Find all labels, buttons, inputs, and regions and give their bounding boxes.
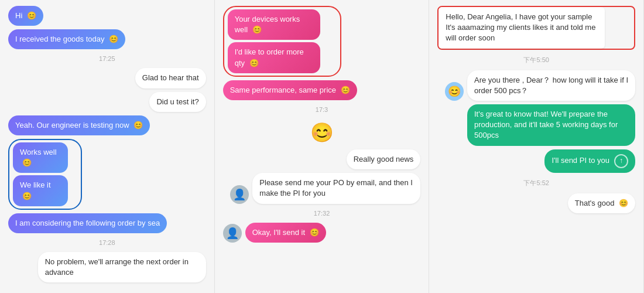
bubble-text: Please send me your PO by email, and the… (259, 178, 413, 197)
chat-bubble: No problem, we'll arrange the next order… (38, 252, 206, 282)
message-row: Glad to hear that (8, 68, 206, 88)
outlined-pink-group: Your devices works well 😊 I'd like to or… (223, 6, 421, 77)
bubble-text: Are you there , Dear？ how long will it t… (474, 76, 628, 95)
chat-bubble: Works well 😊 (13, 142, 68, 173)
bubble-emoji: 😊 (27, 11, 36, 20)
message-row: 👤 Okay, I'll send it 😊 (223, 223, 421, 243)
message-row: Really good news (223, 149, 421, 169)
message-row: I'll send PI to you ↑ (437, 149, 635, 173)
message-row: It's great to know that! We'll prepare t… (437, 104, 635, 146)
bubble-text: I am considering the following order by … (15, 219, 160, 227)
message-row: Same performance, same price 😊 (223, 80, 421, 100)
chat-bubble: I'd like to order more qty 😊 (228, 42, 321, 73)
message-row: Did u test it? (8, 92, 206, 112)
chat-bubble: Are you there , Dear？ how long will it t… (467, 70, 635, 101)
send-icon: ↑ (614, 154, 628, 168)
timestamp: 17:3 (223, 106, 421, 113)
bubble-text: I'd like to order more qty (235, 47, 304, 67)
message-row: That's good 😊 (437, 193, 635, 213)
chat-panel-3: Hello, Dear Angelia, I have got your sam… (429, 0, 644, 293)
bubble-emoji: 😊 (619, 199, 628, 207)
bubble-text: Hi (15, 11, 22, 20)
chat-bubble: It's great to know that! We'll prepare t… (467, 104, 635, 146)
bubble-text: Did u test it? (156, 97, 198, 106)
timestamp: 下午5:52 (437, 179, 635, 188)
message-row: Yeah. Our engineer is testing now 😊 (8, 115, 206, 135)
bubble-emoji: 😊 (22, 192, 32, 200)
timestamp: 17:25 (8, 55, 206, 62)
chat-bubble: Hello, Dear Angelia, I have got your sam… (439, 7, 605, 49)
bubble-text: That's good (575, 199, 615, 207)
chat-bubble: I am considering the following order by … (8, 213, 167, 233)
chat-bubble: Glad to hear that (135, 68, 206, 88)
bubble-emoji: 😊 (133, 121, 143, 130)
bubble-text: It's great to know that! We'll prepare t… (474, 110, 618, 139)
avatar: 👤 (223, 224, 242, 243)
chat-bubble: We like it 😊 (13, 175, 68, 206)
bubble-group-container: Works well 😊 We like it 😊 (8, 139, 82, 210)
bubble-text: We like it (20, 180, 51, 189)
avatar: 😊 (445, 82, 464, 101)
timestamp: 17:32 (223, 210, 421, 217)
timestamp: 下午5:50 (437, 56, 635, 64)
message-row: I received the goods today 😊 (8, 29, 206, 49)
message-row: Hi 😊 (8, 6, 206, 26)
chat-bubble: I received the goods today 😊 (8, 29, 125, 49)
bubble-text: Works well (20, 148, 57, 156)
message-row: No problem, we'll arrange the next order… (8, 252, 206, 282)
bubble-text: Glad to hear that (142, 73, 199, 82)
bubble-emoji: 😊 (341, 86, 350, 94)
chat-bubble: Hi 😊 (8, 6, 43, 26)
chat-bubble: Your devices works well 😊 (228, 9, 321, 40)
bubble-text: Your devices works well (235, 15, 300, 34)
bubble-text: No problem, we'll arrange the next order… (45, 257, 189, 277)
chat-bubble: Yeah. Our engineer is testing now 😊 (8, 115, 150, 135)
bubble-text: Same performance, same price (230, 86, 336, 94)
chat-bubble: Okay, I'll send it 😊 (245, 223, 326, 243)
bubble-text: Okay, I'll send it (252, 228, 305, 237)
emoji-display: 😊 (223, 121, 421, 144)
outlined-bubble-group: Works well 😊 We like it 😊 (8, 139, 206, 210)
chat-bubble: Same performance, same price 😊 (223, 80, 357, 100)
chat-bubble: That's good 😊 (568, 193, 635, 213)
chat-bubble: Really good news (347, 149, 421, 169)
bubble-emoji: 😊 (109, 35, 118, 43)
message-row: I am considering the following order by … (8, 213, 206, 233)
message-row: 😊 Are you there , Dear？ how long will it… (437, 70, 635, 101)
outlined-recv-group: Hello, Dear Angelia, I have got your sam… (437, 6, 635, 50)
bubble-emoji: 😊 (252, 25, 262, 34)
bubble-text: Really good news (354, 155, 414, 163)
bubble-emoji: 😊 (249, 59, 259, 67)
chat-bubble: Please send me your PO by email, and the… (252, 173, 420, 203)
bubble-emoji: 😊 (22, 158, 32, 167)
bubble-group-container: Your devices works well 😊 I'd like to or… (223, 6, 342, 77)
bubble-text: I received the goods today (15, 35, 105, 43)
chat-panel-2: Your devices works well 😊 I'd like to or… (215, 0, 430, 293)
bubble-text: Yeah. Our engineer is testing now (15, 121, 129, 130)
bubble-text: Hello, Dear Angelia, I have got your sam… (446, 12, 595, 42)
bubble-text: I'll send PI to you (551, 155, 609, 166)
bubble-emoji: 😊 (310, 228, 319, 237)
chat-panel-1: Hi 😊 I received the goods today 😊 17:25 … (0, 0, 215, 293)
timestamp: 17:28 (8, 239, 206, 246)
bubble-outline-container: Hello, Dear Angelia, I have got your sam… (437, 6, 635, 50)
avatar: 👤 (230, 185, 249, 204)
chat-bubble: I'll send PI to you ↑ (544, 149, 635, 173)
chat-bubble: Did u test it? (149, 92, 205, 112)
message-row: 👤 Please send me your PO by email, and t… (223, 173, 421, 203)
